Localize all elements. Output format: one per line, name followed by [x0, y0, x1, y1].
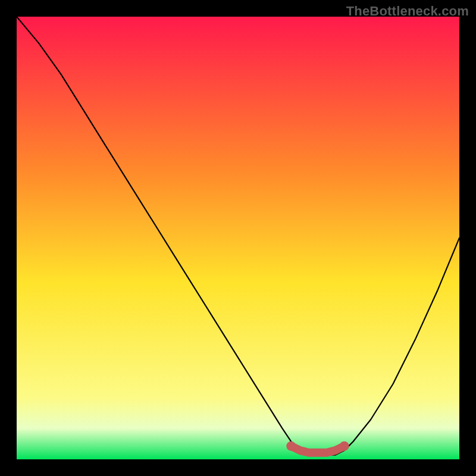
- optimal-range-end-dot: [286, 441, 296, 451]
- bottleneck-plot: [17, 17, 459, 459]
- gradient-background: [17, 17, 459, 459]
- watermark-text: TheBottleneck.com: [346, 4, 469, 19]
- chart-frame: TheBottleneck.com: [0, 0, 476, 476]
- optimal-range-end-dot: [340, 441, 349, 451]
